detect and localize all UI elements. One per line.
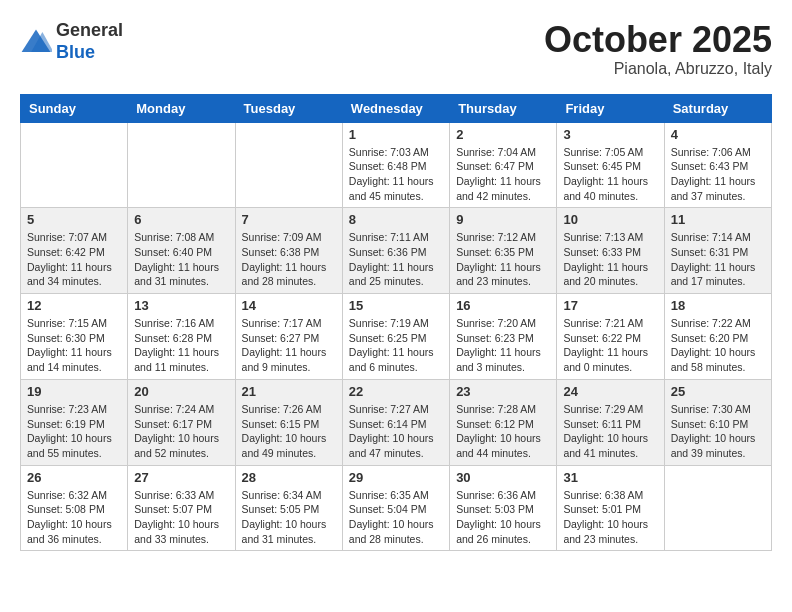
calendar-cell: 3Sunrise: 7:05 AM Sunset: 6:45 PM Daylig… [557, 122, 664, 208]
calendar-cell: 22Sunrise: 7:27 AM Sunset: 6:14 PM Dayli… [342, 379, 449, 465]
calendar-cell: 19Sunrise: 7:23 AM Sunset: 6:19 PM Dayli… [21, 379, 128, 465]
day-info: Sunrise: 7:12 AM Sunset: 6:35 PM Dayligh… [456, 230, 550, 289]
calendar-cell: 18Sunrise: 7:22 AM Sunset: 6:20 PM Dayli… [664, 294, 771, 380]
header-thursday: Thursday [450, 94, 557, 122]
calendar-cell: 2Sunrise: 7:04 AM Sunset: 6:47 PM Daylig… [450, 122, 557, 208]
month-title: October 2025 [544, 20, 772, 60]
day-info: Sunrise: 7:05 AM Sunset: 6:45 PM Dayligh… [563, 145, 657, 204]
calendar-cell: 7Sunrise: 7:09 AM Sunset: 6:38 PM Daylig… [235, 208, 342, 294]
day-number: 5 [27, 212, 121, 227]
day-number: 6 [134, 212, 228, 227]
day-info: Sunrise: 7:19 AM Sunset: 6:25 PM Dayligh… [349, 316, 443, 375]
calendar-cell: 29Sunrise: 6:35 AM Sunset: 5:04 PM Dayli… [342, 465, 449, 551]
calendar-cell: 21Sunrise: 7:26 AM Sunset: 6:15 PM Dayli… [235, 379, 342, 465]
day-number: 9 [456, 212, 550, 227]
day-info: Sunrise: 6:34 AM Sunset: 5:05 PM Dayligh… [242, 488, 336, 547]
day-number: 21 [242, 384, 336, 399]
day-info: Sunrise: 7:20 AM Sunset: 6:23 PM Dayligh… [456, 316, 550, 375]
calendar-table: SundayMondayTuesdayWednesdayThursdayFrid… [20, 94, 772, 552]
day-info: Sunrise: 7:17 AM Sunset: 6:27 PM Dayligh… [242, 316, 336, 375]
day-number: 29 [349, 470, 443, 485]
day-number: 4 [671, 127, 765, 142]
day-info: Sunrise: 7:07 AM Sunset: 6:42 PM Dayligh… [27, 230, 121, 289]
day-number: 8 [349, 212, 443, 227]
calendar-cell: 12Sunrise: 7:15 AM Sunset: 6:30 PM Dayli… [21, 294, 128, 380]
location-subtitle: Pianola, Abruzzo, Italy [544, 60, 772, 78]
day-number: 15 [349, 298, 443, 313]
day-number: 28 [242, 470, 336, 485]
header-friday: Friday [557, 94, 664, 122]
calendar-cell [128, 122, 235, 208]
day-info: Sunrise: 7:09 AM Sunset: 6:38 PM Dayligh… [242, 230, 336, 289]
day-number: 17 [563, 298, 657, 313]
day-number: 23 [456, 384, 550, 399]
day-number: 14 [242, 298, 336, 313]
day-info: Sunrise: 7:06 AM Sunset: 6:43 PM Dayligh… [671, 145, 765, 204]
logo-blue-text: Blue [56, 42, 95, 62]
header-wednesday: Wednesday [342, 94, 449, 122]
day-number: 19 [27, 384, 121, 399]
calendar-cell: 14Sunrise: 7:17 AM Sunset: 6:27 PM Dayli… [235, 294, 342, 380]
day-info: Sunrise: 6:35 AM Sunset: 5:04 PM Dayligh… [349, 488, 443, 547]
title-block: October 2025 Pianola, Abruzzo, Italy [544, 20, 772, 78]
header-monday: Monday [128, 94, 235, 122]
day-number: 11 [671, 212, 765, 227]
logo-icon [20, 28, 52, 56]
calendar-cell: 10Sunrise: 7:13 AM Sunset: 6:33 PM Dayli… [557, 208, 664, 294]
calendar-cell: 9Sunrise: 7:12 AM Sunset: 6:35 PM Daylig… [450, 208, 557, 294]
header-saturday: Saturday [664, 94, 771, 122]
day-number: 20 [134, 384, 228, 399]
logo-general-text: General [56, 20, 123, 40]
calendar-cell: 16Sunrise: 7:20 AM Sunset: 6:23 PM Dayli… [450, 294, 557, 380]
calendar-cell: 31Sunrise: 6:38 AM Sunset: 5:01 PM Dayli… [557, 465, 664, 551]
day-number: 16 [456, 298, 550, 313]
calendar-week-row: 1Sunrise: 7:03 AM Sunset: 6:48 PM Daylig… [21, 122, 772, 208]
day-number: 26 [27, 470, 121, 485]
day-number: 2 [456, 127, 550, 142]
day-info: Sunrise: 6:32 AM Sunset: 5:08 PM Dayligh… [27, 488, 121, 547]
day-info: Sunrise: 7:29 AM Sunset: 6:11 PM Dayligh… [563, 402, 657, 461]
day-info: Sunrise: 7:28 AM Sunset: 6:12 PM Dayligh… [456, 402, 550, 461]
calendar-cell: 6Sunrise: 7:08 AM Sunset: 6:40 PM Daylig… [128, 208, 235, 294]
calendar-week-row: 5Sunrise: 7:07 AM Sunset: 6:42 PM Daylig… [21, 208, 772, 294]
day-info: Sunrise: 7:21 AM Sunset: 6:22 PM Dayligh… [563, 316, 657, 375]
day-info: Sunrise: 6:38 AM Sunset: 5:01 PM Dayligh… [563, 488, 657, 547]
day-number: 25 [671, 384, 765, 399]
day-number: 27 [134, 470, 228, 485]
calendar-cell: 13Sunrise: 7:16 AM Sunset: 6:28 PM Dayli… [128, 294, 235, 380]
calendar-cell [235, 122, 342, 208]
day-number: 22 [349, 384, 443, 399]
calendar-cell: 28Sunrise: 6:34 AM Sunset: 5:05 PM Dayli… [235, 465, 342, 551]
day-number: 31 [563, 470, 657, 485]
day-info: Sunrise: 6:33 AM Sunset: 5:07 PM Dayligh… [134, 488, 228, 547]
day-number: 18 [671, 298, 765, 313]
day-number: 1 [349, 127, 443, 142]
header-tuesday: Tuesday [235, 94, 342, 122]
header-sunday: Sunday [21, 94, 128, 122]
calendar-cell: 8Sunrise: 7:11 AM Sunset: 6:36 PM Daylig… [342, 208, 449, 294]
calendar-cell: 4Sunrise: 7:06 AM Sunset: 6:43 PM Daylig… [664, 122, 771, 208]
calendar-cell: 27Sunrise: 6:33 AM Sunset: 5:07 PM Dayli… [128, 465, 235, 551]
day-info: Sunrise: 7:27 AM Sunset: 6:14 PM Dayligh… [349, 402, 443, 461]
calendar-cell: 23Sunrise: 7:28 AM Sunset: 6:12 PM Dayli… [450, 379, 557, 465]
day-number: 10 [563, 212, 657, 227]
day-info: Sunrise: 7:23 AM Sunset: 6:19 PM Dayligh… [27, 402, 121, 461]
day-info: Sunrise: 7:30 AM Sunset: 6:10 PM Dayligh… [671, 402, 765, 461]
day-info: Sunrise: 7:08 AM Sunset: 6:40 PM Dayligh… [134, 230, 228, 289]
calendar-cell: 25Sunrise: 7:30 AM Sunset: 6:10 PM Dayli… [664, 379, 771, 465]
day-info: Sunrise: 6:36 AM Sunset: 5:03 PM Dayligh… [456, 488, 550, 547]
calendar-cell: 5Sunrise: 7:07 AM Sunset: 6:42 PM Daylig… [21, 208, 128, 294]
day-info: Sunrise: 7:13 AM Sunset: 6:33 PM Dayligh… [563, 230, 657, 289]
day-info: Sunrise: 7:15 AM Sunset: 6:30 PM Dayligh… [27, 316, 121, 375]
day-info: Sunrise: 7:11 AM Sunset: 6:36 PM Dayligh… [349, 230, 443, 289]
day-number: 24 [563, 384, 657, 399]
day-info: Sunrise: 7:16 AM Sunset: 6:28 PM Dayligh… [134, 316, 228, 375]
day-number: 7 [242, 212, 336, 227]
day-number: 12 [27, 298, 121, 313]
logo: General Blue [20, 20, 123, 63]
day-info: Sunrise: 7:04 AM Sunset: 6:47 PM Dayligh… [456, 145, 550, 204]
calendar-cell: 15Sunrise: 7:19 AM Sunset: 6:25 PM Dayli… [342, 294, 449, 380]
calendar-cell: 1Sunrise: 7:03 AM Sunset: 6:48 PM Daylig… [342, 122, 449, 208]
day-number: 3 [563, 127, 657, 142]
calendar-cell: 24Sunrise: 7:29 AM Sunset: 6:11 PM Dayli… [557, 379, 664, 465]
